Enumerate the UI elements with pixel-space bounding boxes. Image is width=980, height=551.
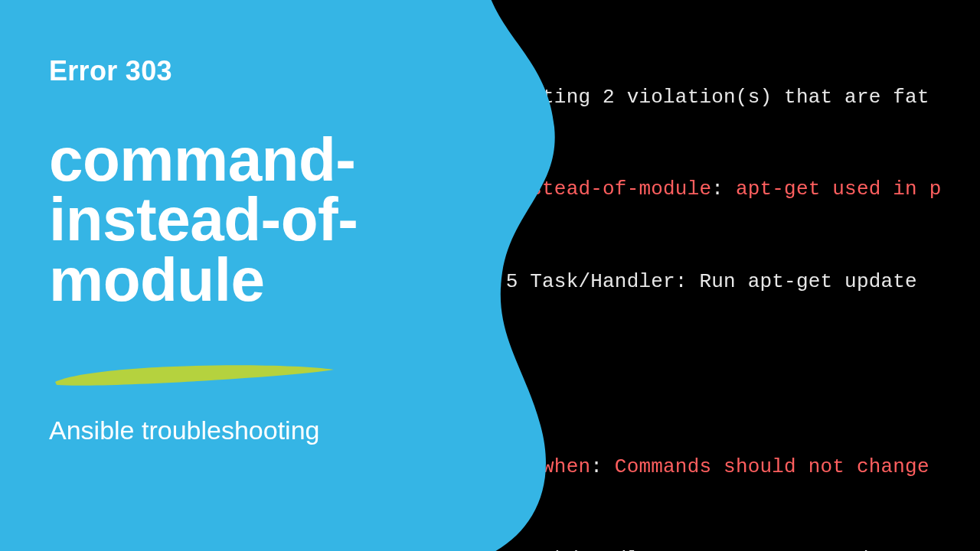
title-panel: Error 303 command- instead-of- module An… [0, 0, 490, 551]
log-text: :5 Task/Handler: Run apt-get update [494, 270, 917, 293]
log-text: :5 Task/Handler: Run apt-get update [482, 548, 905, 551]
headline-line: command- [49, 130, 441, 190]
subheadline: Ansible troubleshooting [49, 416, 441, 445]
log-sep: : [711, 178, 736, 201]
rule-message: Commands should not change [615, 455, 942, 478]
log-text: Listing 2 violation(s) that are fat [482, 86, 929, 109]
underline-swash-icon [49, 359, 340, 391]
headline: command- instead-of- module [49, 130, 441, 310]
eyebrow: Error 303 [49, 55, 441, 87]
headline-line: instead-of- [49, 190, 441, 249]
title-panel-inner: Error 303 command- instead-of- module An… [0, 0, 490, 551]
log-sep: : [590, 455, 615, 478]
headline-line: module [49, 250, 441, 310]
rule-message: apt-get used in p [736, 178, 942, 201]
stage: RNING Listing 2 violation(s) that are fa… [0, 0, 980, 551]
